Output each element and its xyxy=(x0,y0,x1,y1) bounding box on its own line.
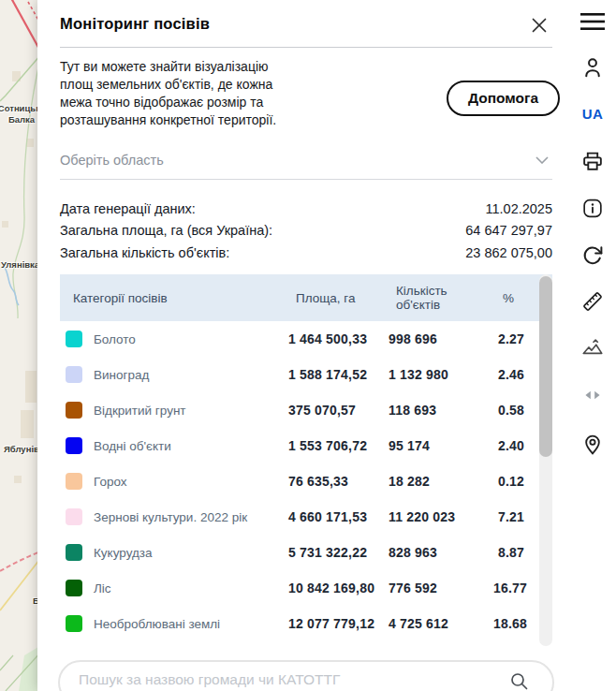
panel-description: Тут ви можете знайти візуалізацію площ з… xyxy=(60,58,294,129)
header-area: Площа, га xyxy=(296,291,385,305)
category-count: 828 963 xyxy=(389,545,482,560)
chevron-down-icon xyxy=(535,156,549,164)
language-switcher[interactable]: UA xyxy=(582,106,603,122)
category-percent: 7.21 xyxy=(493,509,524,524)
hamburger-menu-icon xyxy=(580,11,605,32)
info-icon xyxy=(581,197,605,220)
category-area: 12 077 779,12 xyxy=(288,616,377,631)
category-area: 1 553 706,72 xyxy=(288,438,377,453)
category-percent: 16.77 xyxy=(493,581,527,595)
table-row[interactable]: Виноград 1 588 174,52 1 132 980 2.46 xyxy=(60,357,552,392)
category-count: 4 725 612 xyxy=(389,616,482,631)
category-area: 4 660 171,53 xyxy=(288,509,377,524)
ruler-icon xyxy=(580,289,605,314)
region-select[interactable]: Оберіть область xyxy=(60,140,552,180)
category-area: 1 464 500,33 xyxy=(288,331,377,346)
table-header: Категорії посівів Площа, га Кількість об… xyxy=(60,274,552,321)
summary-stats: Дата генерації даних: 11.02.2025 Загальн… xyxy=(60,198,552,264)
stat-value: 64 647 297,97 xyxy=(465,223,552,238)
crop-monitoring-panel: Моніторинг посівів Тут ви можете знайти … xyxy=(37,0,569,691)
header-percent: % xyxy=(501,291,524,305)
user-account-button[interactable] xyxy=(580,55,605,80)
category-percent: 2.27 xyxy=(493,331,524,346)
category-count: 776 592 xyxy=(389,581,482,595)
stat-label: Дата генерації даних: xyxy=(60,201,196,216)
map-toolbar: UA xyxy=(569,0,616,691)
category-label: Ліс xyxy=(94,581,277,595)
close-panel-button[interactable] xyxy=(531,17,548,34)
table-scrollbar-track[interactable] xyxy=(539,274,552,646)
location-pin-icon xyxy=(580,432,605,456)
category-count: 95 174 xyxy=(389,438,482,453)
stat-label: Загальна площа, га (вся Україна): xyxy=(60,223,272,238)
community-search xyxy=(58,660,554,691)
category-label: Кукурудза xyxy=(94,546,277,560)
monitoring-panel-shell: Моніторинг посівів Тут ви можете знайти … xyxy=(37,0,616,691)
category-label: Болото xyxy=(94,332,277,346)
info-button[interactable] xyxy=(581,197,605,220)
category-color-swatch xyxy=(66,580,82,596)
refresh-button[interactable] xyxy=(581,243,605,267)
category-area: 375 070,57 xyxy=(288,403,377,418)
category-color-swatch xyxy=(66,366,82,383)
table-row[interactable]: Водні об'єкти 1 553 706,72 95 174 2.40 xyxy=(60,428,552,463)
category-color-swatch xyxy=(66,331,82,347)
category-label: Виноград xyxy=(94,368,277,382)
table-row[interactable]: Відкритий грунт 375 070,57 118 693 0.58 xyxy=(60,392,552,428)
table-row[interactable]: Болото 1 464 500,33 998 696 2.27 xyxy=(60,321,552,357)
elevation-profile-button[interactable] xyxy=(580,336,605,360)
table-row[interactable]: Ліс 10 842 169,80 776 592 16.77 xyxy=(60,570,552,606)
stat-row-generation-date: Дата генерації даних: 11.02.2025 xyxy=(60,198,552,220)
crop-categories-table: Категорії посівів Площа, га Кількість об… xyxy=(60,274,552,646)
category-percent: 0.58 xyxy=(493,403,524,418)
category-area: 76 635,33 xyxy=(288,474,377,489)
category-count: 18 282 xyxy=(389,474,482,489)
category-label: Водні об'єкти xyxy=(94,439,277,453)
category-area: 10 842 169,80 xyxy=(288,581,377,595)
locate-button[interactable] xyxy=(580,432,605,456)
table-row[interactable]: Кукурудза 5 731 322,22 828 963 8.87 xyxy=(60,535,552,570)
category-percent: 0.12 xyxy=(493,474,524,489)
category-label: Відкритий грунт xyxy=(94,404,277,418)
search-input[interactable] xyxy=(58,660,554,691)
stat-label: Загальна кількість об'єктів: xyxy=(60,245,229,260)
help-button[interactable]: Допомога xyxy=(447,81,560,116)
close-icon xyxy=(531,17,548,34)
user-icon xyxy=(580,55,605,80)
stat-row-total-objects: Загальна кількість об'єктів: 23 862 075,… xyxy=(60,242,552,264)
category-count: 118 693 xyxy=(389,403,482,418)
category-color-swatch xyxy=(66,437,82,454)
category-color-swatch xyxy=(66,402,82,419)
category-percent: 18.68 xyxy=(493,616,527,631)
measure-button[interactable] xyxy=(580,289,605,314)
category-count: 998 696 xyxy=(389,331,482,346)
print-button[interactable] xyxy=(581,150,605,173)
elevation-icon xyxy=(580,336,605,360)
crop-table-body: Болото 1 464 500,33 998 696 2.27 Виногра… xyxy=(60,321,552,641)
region-select-placeholder: Оберіть область xyxy=(60,153,164,168)
compare-layers-button[interactable] xyxy=(580,383,605,407)
table-row[interactable]: Необроблювані землі 12 077 779,12 4 725 … xyxy=(60,606,552,641)
category-label: Необроблювані землі xyxy=(94,617,277,631)
category-area: 1 588 174,52 xyxy=(288,367,377,382)
header-category: Категорії посівів xyxy=(73,291,285,305)
category-color-swatch xyxy=(66,544,82,561)
category-label: Горох xyxy=(94,475,277,489)
refresh-icon xyxy=(581,243,605,267)
table-scrollbar-thumb[interactable] xyxy=(539,276,552,457)
stat-value: 23 862 075,00 xyxy=(465,245,552,260)
header-count: Кількість об'єктів xyxy=(396,284,490,312)
table-row[interactable]: Зернові культури. 2022 рік 4 660 171,53 … xyxy=(60,499,552,535)
menu-button[interactable] xyxy=(580,11,605,32)
printer-icon xyxy=(581,150,605,173)
category-color-swatch xyxy=(66,615,82,632)
category-area: 5 731 322,22 xyxy=(288,545,377,560)
category-percent: 8.87 xyxy=(493,545,524,560)
search-icon[interactable] xyxy=(509,671,530,691)
category-percent: 2.46 xyxy=(493,367,524,382)
category-color-swatch xyxy=(66,473,82,490)
title-divider xyxy=(60,47,552,48)
category-percent: 2.40 xyxy=(493,438,524,453)
table-row[interactable]: Горох 76 635,33 18 282 0.12 xyxy=(60,463,552,499)
stat-value: 11.02.2025 xyxy=(486,201,553,216)
